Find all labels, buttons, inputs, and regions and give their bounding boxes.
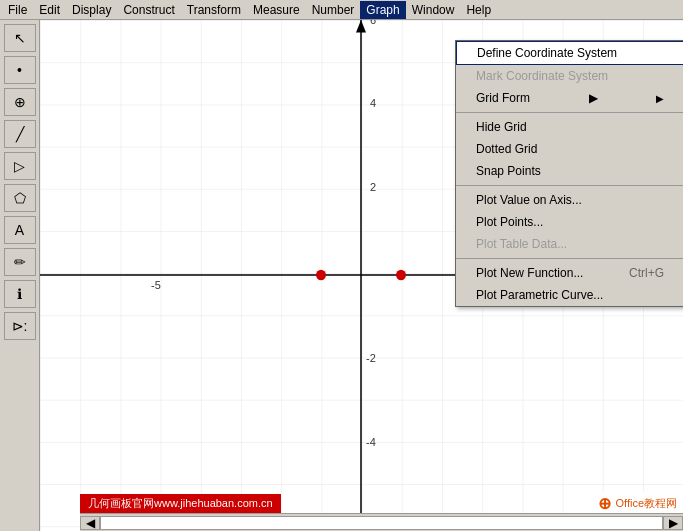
scroll-right-btn[interactable]: ▶ (663, 516, 683, 530)
info-tool-btn[interactable]: ℹ (4, 280, 36, 308)
menu-window[interactable]: Window (406, 1, 461, 19)
office-label: Office教程网 (615, 496, 677, 511)
pencil-tool-btn[interactable]: ✏ (4, 248, 36, 276)
menu-item-plot-table: Plot Table Data... (456, 233, 683, 255)
svg-text:-5: -5 (151, 279, 161, 291)
compass-icon: ⊕ (14, 94, 26, 110)
select-icon: ↖ (14, 30, 26, 46)
compass-tool-btn[interactable]: ⊕ (4, 88, 36, 116)
menu-item-dotted-grid[interactable]: Dotted Grid (456, 138, 683, 160)
menu-item-plot-value[interactable]: Plot Value on Axis... (456, 189, 683, 211)
menu-graph[interactable]: Graph (360, 1, 405, 19)
separator-2 (456, 185, 683, 186)
select-tool-btn[interactable]: ↖ (4, 24, 36, 52)
animation-tool-btn[interactable]: ⊳: (4, 312, 36, 340)
canvas-area[interactable]: -5 5 6 4 2 -2 -4 -6 Define Coordinate Sy… (40, 20, 683, 531)
scroll-left-btn[interactable]: ◀ (80, 516, 100, 530)
line-icon: ╱ (16, 126, 24, 142)
info-icon: ℹ (17, 286, 22, 302)
separator-3 (456, 258, 683, 259)
menu-item-define-coord[interactable]: Define Coordinate System (456, 41, 683, 65)
menu-measure[interactable]: Measure (247, 1, 306, 19)
toolbar: ↖ • ⊕ ╱ ▷ ⬠ A ✏ ℹ ⊳: (0, 20, 40, 531)
menu-construct[interactable]: Construct (117, 1, 180, 19)
submenu-arrow-icon: ▶ (589, 91, 598, 105)
menu-transform[interactable]: Transform (181, 1, 247, 19)
menu-edit[interactable]: Edit (33, 1, 66, 19)
svg-text:-2: -2 (366, 352, 376, 364)
polygon-icon: ⬠ (14, 190, 26, 206)
pencil-icon: ✏ (14, 254, 26, 270)
menu-file[interactable]: File (2, 1, 33, 19)
point-tool-btn[interactable]: • (4, 56, 36, 84)
svg-text:2: 2 (370, 181, 376, 193)
animation-icon: ⊳: (12, 318, 28, 334)
svg-point-15 (396, 270, 406, 280)
menu-item-plot-param[interactable]: Plot Parametric Curve... (456, 284, 683, 306)
bottom-scrollbar[interactable]: ◀ ▶ (80, 513, 683, 531)
menu-item-snap-points[interactable]: Snap Points (456, 160, 683, 182)
arrow-icon: ▷ (14, 158, 25, 174)
menu-bar: File Edit Display Construct Transform Me… (0, 0, 683, 20)
polygon-tool-btn[interactable]: ⬠ (4, 184, 36, 212)
menu-item-plot-new-func[interactable]: Plot New Function... Ctrl+G (456, 262, 683, 284)
text-icon: A (15, 222, 24, 238)
menu-number[interactable]: Number (306, 1, 361, 19)
status-text: 几何画板官网www.jihehuaban.com.cn (80, 494, 281, 513)
line-tool-btn[interactable]: ╱ (4, 120, 36, 148)
status-bar: 几何画板官网www.jihehuaban.com.cn ⊕ Office教程网 (40, 493, 683, 513)
office-badge: ⊕ Office教程网 (592, 492, 683, 515)
svg-text:4: 4 (370, 97, 376, 109)
arrow-tool-btn[interactable]: ▷ (4, 152, 36, 180)
separator-1 (456, 112, 683, 113)
menu-item-mark-coord: Mark Coordinate System (456, 65, 683, 87)
menu-help[interactable]: Help (460, 1, 497, 19)
main-layout: ↖ • ⊕ ╱ ▷ ⬠ A ✏ ℹ ⊳: (0, 20, 683, 531)
point-icon: • (17, 62, 22, 78)
shortcut-label: Ctrl+G (629, 266, 664, 280)
text-tool-btn[interactable]: A (4, 216, 36, 244)
menu-item-hide-grid[interactable]: Hide Grid (456, 116, 683, 138)
menu-item-grid-form[interactable]: Grid Form ▶ (456, 87, 683, 109)
menu-display[interactable]: Display (66, 1, 117, 19)
office-icon: ⊕ (598, 494, 611, 513)
scroll-track[interactable] (100, 516, 663, 530)
menu-item-plot-points[interactable]: Plot Points... (456, 211, 683, 233)
graph-dropdown-menu: Define Coordinate System Mark Coordinate… (455, 40, 683, 307)
svg-text:-4: -4 (366, 436, 376, 448)
svg-text:6: 6 (370, 20, 376, 26)
svg-point-14 (316, 270, 326, 280)
